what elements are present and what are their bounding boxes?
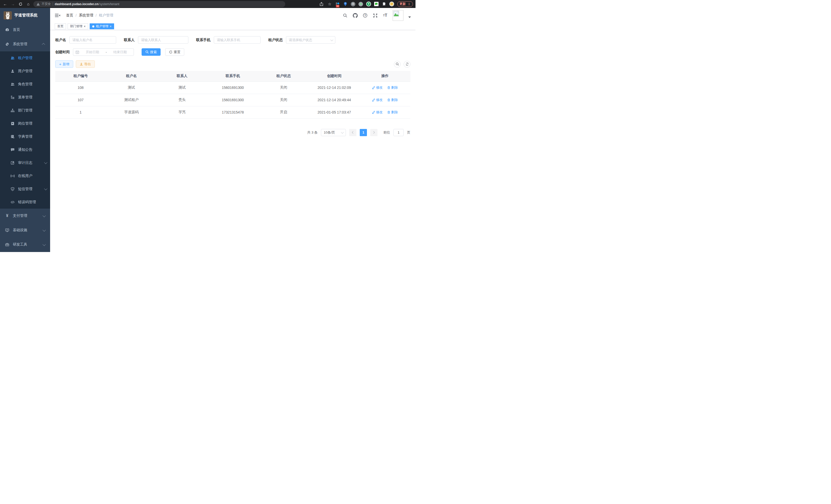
delete-label: 删除: [391, 85, 398, 90]
sidebar-item-online-users[interactable]: 在线用户: [0, 169, 50, 182]
delete-link[interactable]: 删除: [387, 85, 398, 90]
system-submenu: 租户管理 用户管理 角色管理: [0, 51, 50, 209]
tag-view-bar: 首页 部门管理 × 租户管理 ×: [50, 23, 416, 30]
sidebar-item-payment[interactable]: ¥ 支付管理: [0, 209, 50, 223]
sidebar-item-home[interactable]: 首页: [0, 23, 50, 37]
sidebar-item-post[interactable]: 岗位管理: [0, 117, 50, 130]
sidebar-item-sms[interactable]: 短信管理: [0, 182, 50, 196]
delete-label: 删除: [391, 110, 398, 115]
bookmark-star-icon[interactable]: ☆: [327, 2, 332, 7]
user-icon: [10, 69, 15, 73]
sidebar-item-notice[interactable]: 通知公告: [0, 143, 50, 156]
goto-page-input[interactable]: [393, 129, 404, 136]
table-refresh-icon[interactable]: [404, 61, 410, 67]
sidebar-item-tenant[interactable]: 租户管理: [0, 51, 50, 64]
tab-home[interactable]: 首页: [55, 23, 66, 29]
edit-link[interactable]: 修改: [372, 110, 382, 115]
users-icon: [10, 56, 15, 60]
org-tree-icon: [10, 109, 15, 113]
sidebar-item-dev-tools[interactable]: 研发工具: [0, 237, 50, 252]
sidebar-item-system[interactable]: 系统管理: [0, 37, 50, 51]
reset-button[interactable]: 重置: [165, 48, 184, 56]
user-avatar-broken-image[interactable]: [393, 10, 403, 21]
chevron-down-icon: [42, 214, 46, 217]
cell-created: 2021-12-14 20:49:44: [309, 94, 360, 106]
extension-chat-icon[interactable]: [374, 2, 378, 6]
extension-utools-icon[interactable]: 10: [335, 2, 340, 6]
sidebar-item-dept[interactable]: 部门管理: [0, 104, 50, 117]
sidebar-item-user[interactable]: 用户管理: [0, 64, 50, 78]
browser-reload-icon[interactable]: [18, 2, 23, 7]
add-button[interactable]: + 新增: [55, 60, 73, 68]
tenant-name-input[interactable]: [69, 36, 116, 44]
prev-page-button[interactable]: [349, 129, 356, 136]
browser-forward-icon[interactable]: →: [10, 2, 16, 7]
delete-link[interactable]: 删除: [387, 110, 398, 115]
security-warning-icon: [36, 3, 40, 6]
table-search-toggle-icon[interactable]: [394, 61, 401, 67]
sidebar-item-label: 岗位管理: [18, 121, 47, 126]
delete-link[interactable]: 删除: [387, 98, 398, 102]
people-icon: [10, 82, 15, 86]
dashboard-icon: [5, 28, 9, 32]
tab-dept[interactable]: 部门管理 ×: [67, 23, 88, 29]
edit-link[interactable]: 修改: [372, 98, 382, 102]
export-button[interactable]: 导出: [76, 60, 95, 68]
browser-back-icon[interactable]: ←: [3, 2, 8, 7]
extension-green-dot-icon[interactable]: [359, 2, 363, 6]
dictionary-icon: [10, 135, 15, 139]
github-icon[interactable]: [352, 13, 358, 18]
cell-actions: 修改 删除: [360, 82, 410, 94]
avatar-dropdown-caret-icon[interactable]: [408, 17, 411, 18]
sidebar-item-error-code[interactable]: 错误码管理: [0, 196, 50, 209]
tab-tenant-active[interactable]: 租户管理 ×: [90, 23, 114, 29]
tenant-table: 租户编号 租户名 联系人 联系手机 租户状态 创建时间 操作 108 测试: [55, 71, 410, 119]
browser-update-button[interactable]: 更新 ⋮: [397, 1, 413, 7]
tab-label: 首页: [57, 24, 63, 29]
sidebar-item-menu[interactable]: 菜单管理: [0, 91, 50, 104]
help-icon[interactable]: ?: [363, 13, 368, 18]
extensions-puzzle-icon[interactable]: [381, 2, 386, 6]
mobile-input[interactable]: [214, 36, 261, 44]
cell-status: 关闭: [258, 94, 309, 106]
tab-close-icon[interactable]: ×: [110, 25, 112, 28]
page-size-select[interactable]: 10条/页: [321, 129, 346, 136]
font-size-icon[interactable]: TT: [382, 13, 388, 18]
sidebar-header[interactable]: 芋道管理系统: [0, 8, 50, 23]
reset-button-label: 重置: [174, 50, 180, 55]
sidebar-item-infrastructure[interactable]: 基础设施: [0, 223, 50, 237]
search-button[interactable]: 搜索: [142, 48, 161, 56]
security-label: 不安全: [41, 2, 51, 6]
breadcrumb: 首页 / 系统管理 / 租户管理: [66, 13, 113, 18]
create-time-label: 创建时间: [55, 50, 69, 55]
date-range-picker[interactable]: 开始日期 - 结束日期: [73, 48, 134, 56]
screen: ← → ⌂ 不安全 dashboard.yudao.iocoder.cn/sys…: [0, 0, 416, 252]
tab-close-icon[interactable]: ×: [84, 25, 86, 28]
share-icon[interactable]: [319, 2, 324, 7]
edit-link[interactable]: 修改: [372, 85, 382, 90]
breadcrumb-system[interactable]: 系统管理: [79, 13, 93, 18]
address-bar[interactable]: 不安全 dashboard.yudao.iocoder.cn/system/te…: [33, 1, 285, 7]
page-unit-label: 页: [407, 130, 410, 135]
sidebar-item-role[interactable]: 角色管理: [0, 78, 50, 91]
fullscreen-icon[interactable]: [373, 13, 378, 18]
status-select[interactable]: 请选择租户状态: [286, 36, 335, 44]
goto-label: 前往: [383, 130, 390, 135]
page-number-1[interactable]: 1: [360, 129, 367, 136]
extension-yudao-icon[interactable]: Y: [366, 2, 371, 6]
sidebar-fold-icon[interactable]: [55, 13, 60, 18]
contact-input[interactable]: [138, 36, 188, 44]
sidebar-item-audit-log[interactable]: 审计日志: [0, 156, 50, 169]
browser-home-icon[interactable]: ⌂: [26, 2, 31, 7]
browser-menu-kebab-icon[interactable]: ⋮: [407, 2, 411, 6]
table-row: 107 测试租户 秃头 15601691300 关闭 2021-12-14 20…: [55, 94, 410, 106]
sidebar-item-label: 基础设施: [13, 228, 39, 233]
next-page-button[interactable]: [370, 129, 377, 136]
extension-pin-icon[interactable]: [343, 2, 348, 6]
breadcrumb-home[interactable]: 首页: [66, 13, 73, 18]
extension-command-icon[interactable]: ⌘: [351, 2, 355, 6]
mobile-label: 联系手机: [196, 38, 210, 42]
header-search-icon[interactable]: [343, 13, 348, 18]
profile-avatar-icon[interactable]: [389, 2, 394, 6]
sidebar-item-dict[interactable]: 字典管理: [0, 130, 50, 143]
